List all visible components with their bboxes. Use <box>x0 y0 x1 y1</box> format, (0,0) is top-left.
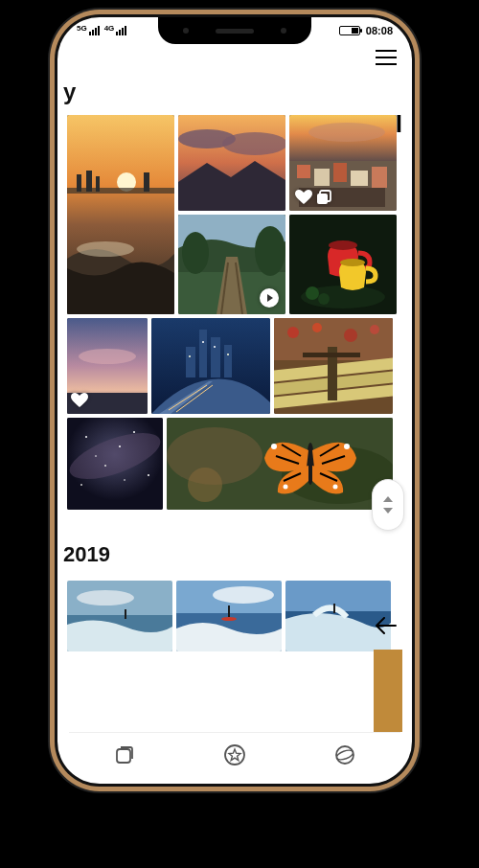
phone-frame: 5G 4G 08:08 y I <box>57 17 412 784</box>
svg-point-66 <box>80 484 82 486</box>
svg-rect-22 <box>314 169 330 186</box>
svg-rect-2 <box>67 188 174 194</box>
bottom-tab-bar <box>69 732 400 776</box>
svg-point-82 <box>344 444 350 449</box>
edge-tab-indicator[interactable] <box>374 650 402 732</box>
svg-point-10 <box>222 132 285 155</box>
svg-point-67 <box>119 445 121 447</box>
svg-point-68 <box>95 455 97 457</box>
thumb-surf-1[interactable] <box>67 581 172 651</box>
svg-point-31 <box>329 240 357 250</box>
svg-point-53 <box>344 329 357 342</box>
section-year-label: 2019 <box>57 514 412 581</box>
svg-rect-28 <box>317 194 328 204</box>
chevron-up-icon <box>383 496 393 502</box>
svg-point-73 <box>188 468 222 502</box>
network-label-2: 4G <box>104 24 115 33</box>
svg-point-44 <box>214 346 216 348</box>
photo-pink-sky[interactable] <box>67 318 148 414</box>
svg-rect-23 <box>333 163 347 182</box>
battery-icon <box>339 26 360 35</box>
svg-rect-40 <box>211 337 220 377</box>
signal-icon-2 <box>116 26 126 35</box>
photo-mountain-clouds[interactable] <box>178 115 285 211</box>
svg-point-16 <box>255 226 285 276</box>
svg-point-15 <box>182 232 209 274</box>
photo-milky-way[interactable] <box>67 418 163 510</box>
svg-point-69 <box>124 479 125 481</box>
svg-rect-4 <box>86 171 92 192</box>
app-screen: y I <box>57 17 412 784</box>
thumbnail-row <box>57 581 412 651</box>
svg-rect-21 <box>297 165 310 178</box>
svg-point-65 <box>148 474 149 476</box>
svg-rect-5 <box>96 176 100 192</box>
svg-rect-97 <box>117 749 130 763</box>
svg-point-62 <box>85 436 87 438</box>
svg-point-34 <box>318 293 330 305</box>
svg-rect-6 <box>144 172 149 192</box>
svg-rect-96 <box>333 604 335 613</box>
svg-rect-24 <box>351 171 368 186</box>
svg-point-36 <box>79 349 136 364</box>
photo-cups-still-life[interactable] <box>289 215 397 314</box>
svg-point-32 <box>340 259 365 266</box>
photo-bamboo[interactable] <box>274 318 393 414</box>
svg-point-52 <box>312 323 322 332</box>
svg-point-83 <box>284 485 288 490</box>
network-label-1: 5G <box>77 24 87 33</box>
photo-forest-boardwalk[interactable] <box>178 215 285 314</box>
svg-point-81 <box>271 444 277 449</box>
photo-town-sunset[interactable] <box>289 115 397 211</box>
clock: 08:08 <box>366 25 393 36</box>
svg-point-33 <box>306 286 319 300</box>
svg-point-19 <box>308 123 385 142</box>
svg-point-7 <box>77 241 134 257</box>
svg-rect-41 <box>224 345 232 377</box>
svg-rect-3 <box>77 174 81 192</box>
signal-icon <box>89 26 100 35</box>
svg-point-63 <box>133 431 135 433</box>
svg-point-64 <box>104 465 106 467</box>
heart-icon <box>295 190 312 205</box>
svg-rect-42 <box>186 347 195 377</box>
photo-grid <box>57 115 412 510</box>
stack-icon <box>316 190 331 205</box>
photo-city-night[interactable] <box>151 318 270 414</box>
photo-butterfly[interactable] <box>167 418 393 510</box>
svg-rect-25 <box>372 167 387 188</box>
menu-icon[interactable] <box>376 50 397 65</box>
heart-icon <box>71 393 88 408</box>
globe-icon[interactable] <box>332 742 357 767</box>
display-notch <box>158 17 311 44</box>
svg-point-86 <box>77 590 134 605</box>
svg-point-54 <box>370 325 379 334</box>
svg-point-43 <box>202 341 204 343</box>
svg-point-90 <box>213 586 274 604</box>
photo-sunset-city[interactable] <box>67 115 174 314</box>
svg-point-99 <box>336 746 354 764</box>
svg-point-45 <box>227 354 229 355</box>
svg-rect-59 <box>303 353 360 357</box>
svg-rect-88 <box>125 609 126 619</box>
chevron-down-icon <box>383 508 393 514</box>
scroll-jumper[interactable] <box>372 479 404 531</box>
svg-point-84 <box>333 485 338 490</box>
play-icon <box>259 287 280 308</box>
svg-point-93 <box>221 617 237 621</box>
svg-rect-92 <box>228 605 230 617</box>
back-arrow-icon[interactable] <box>376 615 397 640</box>
tabs-icon[interactable] <box>112 742 137 767</box>
svg-rect-39 <box>199 330 207 377</box>
svg-point-46 <box>189 355 191 357</box>
thumb-surf-2[interactable] <box>176 581 282 651</box>
svg-point-51 <box>287 327 299 338</box>
page-title: y <box>57 65 412 115</box>
star-circle-icon[interactable] <box>222 742 247 767</box>
